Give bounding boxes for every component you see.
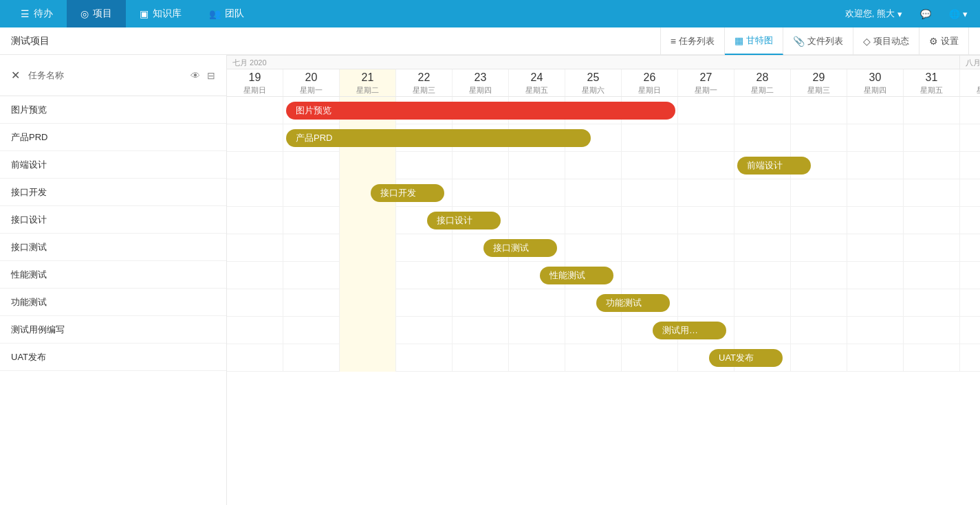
gantt-row-api-design: 接口设计: [227, 207, 980, 234]
greeting-item[interactable]: 欢迎您, 熊大 ▾: [840, 8, 908, 20]
gantt-cell: [960, 152, 980, 179]
month-header-august: 八月 20: [960, 56, 980, 69]
sub-nav-file-list[interactable]: 📎 文件列表: [783, 27, 853, 55]
gantt-cell: [960, 344, 980, 372]
gantt-cell: [791, 289, 847, 317]
sub-nav-task-list[interactable]: ≡ 任务列表: [660, 27, 725, 55]
gantt-bar-api-test[interactable]: 接口测试: [483, 239, 557, 257]
nav-item-knowledge[interactable]: ▣ 知识库: [126, 0, 195, 27]
gantt-cell: [960, 234, 980, 262]
day-col-30: 30 星期四: [847, 69, 904, 96]
gantt-cell: [340, 262, 396, 289]
gantt-cell: [227, 97, 283, 124]
gantt-bar-api-design[interactable]: 接口设计: [427, 212, 501, 229]
gantt-cell: [283, 152, 340, 179]
nav-label-project: 项目: [93, 8, 112, 20]
task-row[interactable]: UAT发布: [0, 344, 226, 371]
gantt-cell: [565, 152, 622, 179]
sub-nav-label-project-dynamic: 项目动态: [873, 35, 909, 47]
project-dynamic-icon: ◇: [863, 36, 871, 47]
gantt-bar-func-test[interactable]: 功能测试: [596, 294, 670, 312]
gantt-cell: [622, 234, 678, 262]
knowledge-icon: ▣: [140, 8, 149, 19]
task-row[interactable]: 接口开发: [0, 179, 226, 206]
gantt-bar-frontend[interactable]: 前端设计: [737, 157, 811, 175]
gantt-cell: [396, 234, 453, 262]
sub-nav-settings[interactable]: ⚙ 设置: [919, 27, 969, 55]
task-list-icon: ≡: [671, 36, 676, 47]
task-row[interactable]: 接口设计: [0, 206, 226, 234]
sub-nav-label-task-list: 任务列表: [679, 35, 715, 47]
day-name: 星期一: [678, 85, 734, 96]
day-name: 星期日: [622, 85, 677, 96]
gantt-cell: [960, 262, 980, 289]
gantt-cell: [847, 317, 904, 344]
gantt-cell: [960, 179, 980, 207]
eye-icon[interactable]: 👁: [190, 70, 200, 81]
gantt-cell: [734, 207, 791, 234]
gantt-chart-area[interactable]: 七月 2020 八月 20 19 星期日 20 星期一 21 星期二 22 星期…: [227, 55, 980, 505]
gantt-cell: [791, 317, 847, 344]
sub-nav-gantt[interactable]: ▦ 甘特图: [725, 27, 783, 55]
gantt-cell: [734, 124, 791, 152]
gantt-cell: [622, 152, 678, 179]
gantt-cell: [847, 234, 904, 262]
gantt-cell: [340, 234, 396, 262]
gantt-cell: [565, 207, 622, 234]
day-col-01: 01 星期六: [960, 69, 980, 96]
filter-icon[interactable]: ⊟: [207, 70, 215, 81]
gantt-cell: [396, 289, 453, 317]
close-button[interactable]: ✕: [11, 69, 20, 82]
day-number: 28: [734, 72, 790, 83]
task-row[interactable]: 图片预览: [0, 96, 226, 124]
day-name: 星期二: [734, 85, 790, 96]
task-name: 接口测试: [11, 241, 47, 254]
day-name: 星期三: [791, 85, 847, 96]
gantt-cell: [960, 289, 980, 317]
day-number: 22: [396, 72, 452, 83]
gantt-row-test-case: 测试用…: [227, 317, 980, 344]
gantt-bar-api-dev[interactable]: 接口开发: [371, 184, 444, 202]
sub-nav-project-dynamic[interactable]: ◇ 项目动态: [853, 27, 919, 55]
globe-icon-btn[interactable]: 🌐 ▾: [944, 9, 973, 19]
sub-navigation: ≡ 任务列表 ▦ 甘特图 📎 文件列表 ◇ 项目动态 ⚙ 设置: [660, 27, 969, 55]
gantt-cell: [283, 207, 340, 234]
nav-label-todo: 待办: [34, 8, 53, 20]
gantt-bar-product-prd[interactable]: 产品PRD: [286, 129, 591, 147]
day-number: 21: [340, 72, 395, 83]
gantt-cell: [904, 152, 960, 179]
gantt-cell: [453, 152, 509, 179]
nav-item-project[interactable]: ◎ 项目: [67, 0, 126, 27]
gantt-cell: [565, 317, 622, 344]
gantt-cell: [340, 317, 396, 344]
task-row[interactable]: 测试用例编写: [0, 316, 226, 344]
task-row[interactable]: 功能测试: [0, 289, 226, 316]
gantt-bar-img-preview[interactable]: 图片预览: [286, 102, 675, 120]
task-row[interactable]: 性能测试: [0, 261, 226, 289]
gantt-bar-uat[interactable]: UAT发布: [709, 349, 783, 367]
task-name: 测试用例编写: [11, 324, 65, 336]
globe-icon: 🌐: [949, 9, 960, 19]
gantt-cell: [227, 317, 283, 344]
gantt-cell: [509, 207, 565, 234]
gantt-cell: [565, 344, 622, 372]
gantt-bar-test-case[interactable]: 测试用…: [653, 322, 726, 339]
nav-item-todo[interactable]: ☰ 待办: [7, 0, 67, 27]
gantt-cell: [847, 152, 904, 179]
gantt-bar-perf-test[interactable]: 性能测试: [540, 267, 613, 284]
sub-header: 测试项目 ≡ 任务列表 ▦ 甘特图 📎 文件列表 ◇ 项目动态 ⚙ 设置: [0, 27, 980, 55]
task-row[interactable]: 产品PRD: [0, 124, 226, 151]
task-name: 前端设计: [11, 159, 47, 171]
gantt-cell: [453, 344, 509, 372]
task-row[interactable]: 前端设计: [0, 151, 226, 179]
task-row[interactable]: 接口测试: [0, 234, 226, 261]
gantt-cell: [904, 289, 960, 317]
gantt-cell: [227, 179, 283, 207]
gantt-cell: [453, 317, 509, 344]
gantt-cell: [453, 179, 509, 207]
gantt-cell: [734, 179, 791, 207]
gantt-cell: [678, 179, 734, 207]
nav-item-team[interactable]: 👥 团队: [195, 0, 258, 27]
globe-dropdown-icon: ▾: [963, 9, 968, 19]
message-icon-btn[interactable]: 💬: [915, 9, 937, 19]
